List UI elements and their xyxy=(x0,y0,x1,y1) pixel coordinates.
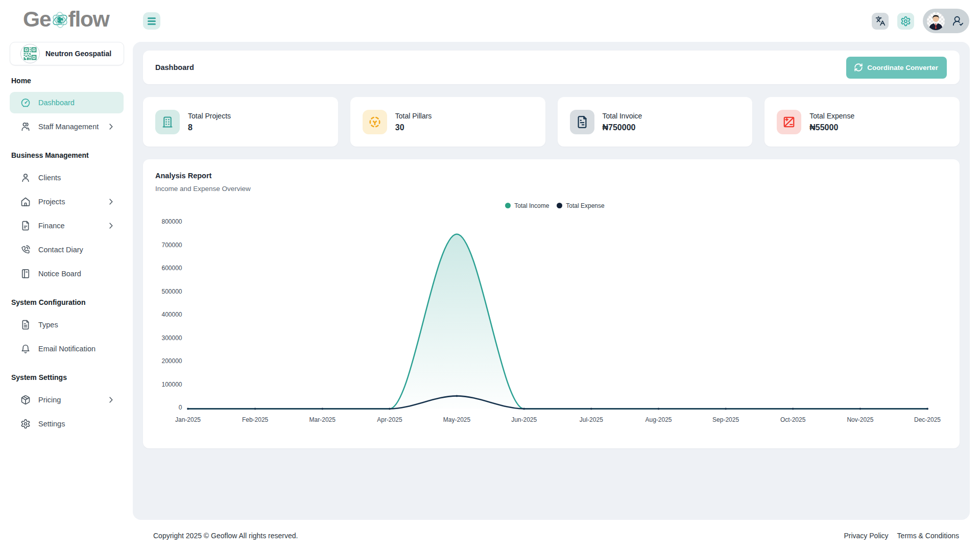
svg-text:Jul-2025: Jul-2025 xyxy=(580,416,603,423)
svg-text:Jan-2025: Jan-2025 xyxy=(175,416,201,423)
svg-text:Ge: Ge xyxy=(23,7,51,31)
svg-text:Mar-2025: Mar-2025 xyxy=(309,416,336,423)
svg-text:Jun-2025: Jun-2025 xyxy=(511,416,537,423)
svg-text:Sep-2025: Sep-2025 xyxy=(712,416,739,423)
svg-text:Feb-2025: Feb-2025 xyxy=(242,416,269,423)
svg-text:300000: 300000 xyxy=(161,334,182,342)
svg-text:700000: 700000 xyxy=(161,242,182,249)
svg-text:May-2025: May-2025 xyxy=(443,416,471,423)
svg-text:Nov-2025: Nov-2025 xyxy=(847,416,873,423)
svg-text:800000: 800000 xyxy=(161,218,182,225)
svg-text:400000: 400000 xyxy=(161,311,182,318)
svg-text:flow: flow xyxy=(68,7,110,31)
svg-text:Aug-2025: Aug-2025 xyxy=(645,416,672,423)
svg-text:Apr-2025: Apr-2025 xyxy=(377,416,402,423)
svg-text:500000: 500000 xyxy=(161,288,182,295)
svg-text:200000: 200000 xyxy=(161,357,182,365)
svg-text:Oct-2025: Oct-2025 xyxy=(780,416,806,423)
svg-text:0: 0 xyxy=(179,404,182,411)
svg-text:Dec-2025: Dec-2025 xyxy=(914,416,941,423)
svg-text:600000: 600000 xyxy=(161,265,182,272)
svg-text:100000: 100000 xyxy=(161,381,182,388)
